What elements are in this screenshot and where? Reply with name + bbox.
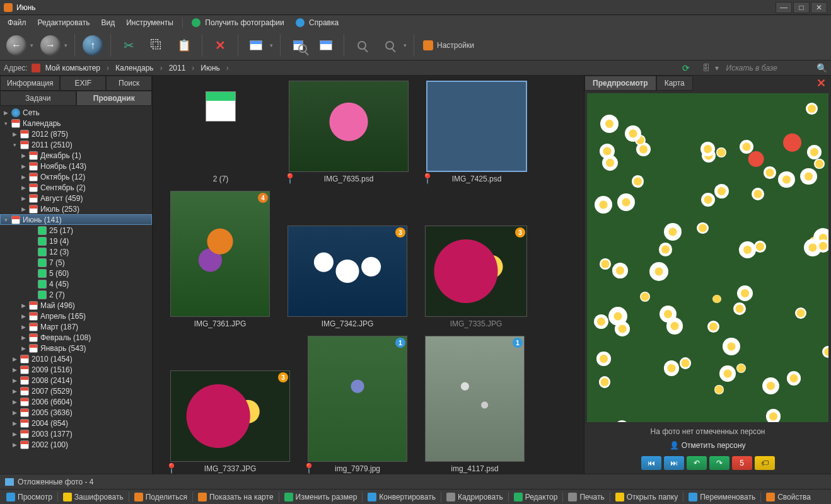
- zoom-in-button[interactable]: [349, 33, 375, 58]
- thumbnail-item[interactable]: 1📍img_7979.jpg: [308, 336, 407, 473]
- breadcrumb[interactable]: 2011: [168, 62, 187, 74]
- paste-button[interactable]: 📋: [171, 33, 197, 58]
- thumbnail-item[interactable]: 4IMG_7361.JPG: [170, 191, 270, 328]
- expand-icon[interactable]: ▶: [11, 377, 18, 384]
- tree-node[interactable]: ▶2008 (2414): [0, 375, 152, 386]
- nav-forward-dropdown[interactable]: ▾: [64, 42, 71, 49]
- tree-node[interactable]: ▶2012 (875): [0, 129, 152, 139]
- menu-view[interactable]: Вид: [96, 16, 120, 29]
- status-resize[interactable]: Изменить размер: [281, 491, 361, 503]
- thumbnail-grid[interactable]: 2 (7)📍IMG_7635.psd📍IMG_7425.psd4IMG_7361…: [153, 76, 584, 474]
- tree-node[interactable]: 12 (3): [0, 246, 152, 257]
- close-button[interactable]: ✕: [811, 2, 827, 13]
- expand-icon[interactable]: ▶: [20, 152, 26, 159]
- status-props[interactable]: Свойства: [762, 491, 815, 503]
- tree-node[interactable]: 25 (17): [0, 225, 152, 236]
- tree-node[interactable]: ▶2007 (5529): [0, 386, 152, 396]
- expand-icon[interactable]: ▶: [20, 174, 26, 180]
- expand-icon[interactable]: ▶: [11, 410, 18, 416]
- expand-icon[interactable]: ▾: [3, 120, 9, 127]
- tab-preview[interactable]: Предпросмотр: [584, 76, 656, 91]
- nav-back-button[interactable]: ←: [4, 33, 29, 58]
- thumbnail-image[interactable]: 3: [425, 226, 527, 317]
- mark-person-button[interactable]: Отметить персону: [584, 438, 831, 452]
- rating-button[interactable]: 5: [732, 456, 752, 470]
- expand-icon[interactable]: ▶: [20, 163, 26, 169]
- thumbnail-item[interactable]: 3IMG_7335.JPG: [425, 226, 527, 328]
- fullscreen-button[interactable]: [313, 33, 339, 58]
- expand-icon[interactable]: ▶: [20, 324, 26, 330]
- expand-icon[interactable]: ▶: [11, 388, 18, 394]
- tree-node[interactable]: ▶Ноябрь (143): [0, 161, 152, 171]
- prev-first-button[interactable]: ⏮: [641, 456, 661, 470]
- zoom-out-button[interactable]: [377, 33, 402, 58]
- tree-node[interactable]: ▶Август (459): [0, 193, 152, 203]
- tree-node[interactable]: ▶Январь (543): [0, 343, 152, 353]
- tab-tasks[interactable]: Задачи: [0, 91, 76, 106]
- expand-icon[interactable]: ▶: [3, 110, 9, 116]
- status-encrypt[interactable]: Зашифровать: [59, 491, 127, 503]
- tab-exif[interactable]: EXIF: [60, 76, 106, 91]
- tab-explorer[interactable]: Проводник: [76, 91, 153, 106]
- redo-button[interactable]: ↷: [709, 456, 729, 470]
- tree-node[interactable]: ▶2004 (854): [0, 418, 152, 428]
- menu-getphotos[interactable]: Получить фотографии: [187, 16, 289, 30]
- prev-next-button[interactable]: ⏭: [664, 456, 684, 470]
- tree-node[interactable]: ▶Апрель (165): [0, 311, 152, 321]
- tree-node[interactable]: ▶2003 (1377): [0, 428, 152, 439]
- status-view[interactable]: Просмотр: [3, 491, 56, 503]
- tree-node[interactable]: ▶Сеть: [0, 107, 152, 118]
- pending-bar[interactable]: Отложенные фото - 4: [0, 474, 831, 489]
- tree-node[interactable]: ▶Февраль (108): [0, 332, 152, 343]
- menu-file[interactable]: Файл: [3, 16, 32, 29]
- nav-up-button[interactable]: ↑: [80, 33, 105, 58]
- folder-item[interactable]: 2 (7): [170, 91, 271, 183]
- tag-button[interactable]: 🏷: [755, 456, 775, 470]
- tree-node[interactable]: ▶Декабрь (1): [0, 150, 152, 161]
- status-crop[interactable]: Кадрировать: [443, 491, 507, 503]
- expand-icon[interactable]: ▶: [11, 367, 18, 373]
- tree-node[interactable]: ▾2011 (2510): [0, 139, 152, 150]
- expand-icon[interactable]: ▶: [20, 195, 26, 202]
- tree-node[interactable]: ▶Май (496): [0, 300, 152, 311]
- tree-node[interactable]: ▶Октябрь (12): [0, 171, 152, 182]
- expand-icon[interactable]: ▶: [11, 420, 18, 427]
- delete-button[interactable]: ✕: [207, 33, 233, 58]
- status-convert[interactable]: Конвертировать: [364, 491, 439, 503]
- tab-info[interactable]: Информация: [0, 76, 60, 91]
- tree[interactable]: ▶Сеть▾Календарь▶2012 (875)▾2011 (2510)▶Д…: [0, 106, 152, 474]
- tree-node[interactable]: ▶2005 (3636): [0, 407, 152, 418]
- preview-close-button[interactable]: ✕: [811, 76, 831, 90]
- expand-icon[interactable]: ▶: [11, 399, 18, 405]
- thumbnail-image[interactable]: 3: [288, 226, 407, 317]
- thumbnail-item[interactable]: 1img_4117.psd: [425, 336, 525, 473]
- expand-icon[interactable]: ▶: [20, 302, 26, 309]
- zoom-dropdown[interactable]: ▾: [404, 42, 410, 49]
- thumbnail-image[interactable]: 4: [170, 191, 270, 317]
- tree-node[interactable]: ▶2002 (100): [0, 439, 152, 450]
- cut-button[interactable]: ✂: [116, 33, 141, 58]
- expand-icon[interactable]: ▶: [20, 313, 26, 319]
- thumbnail-image[interactable]: 1: [308, 336, 407, 462]
- settings-button[interactable]: Настройки: [418, 40, 479, 50]
- thumbnail-image[interactable]: 3: [170, 370, 290, 462]
- tree-node[interactable]: ▾Календарь: [0, 118, 152, 129]
- expand-icon[interactable]: ▶: [20, 185, 26, 191]
- tree-node[interactable]: ▶2009 (1516): [0, 364, 152, 375]
- copy-button[interactable]: ⿻: [144, 33, 169, 58]
- tree-node[interactable]: 4 (45): [0, 278, 152, 289]
- undo-button[interactable]: ↶: [687, 456, 707, 470]
- web-search-icon[interactable]: 🔍: [816, 63, 827, 73]
- refresh-button[interactable]: ⟳: [682, 63, 690, 73]
- tree-node[interactable]: ▶Март (187): [0, 321, 152, 332]
- status-print[interactable]: Печать: [564, 491, 608, 503]
- expand-icon[interactable]: ▾: [3, 217, 9, 223]
- tab-map[interactable]: Карта: [656, 76, 693, 91]
- thumbnail-item[interactable]: 📍IMG_7425.psd: [426, 81, 527, 183]
- menu-help[interactable]: Справка: [291, 16, 344, 30]
- search-db-input[interactable]: Искать в базе: [726, 64, 777, 72]
- thumbnail-image[interactable]: [289, 81, 409, 172]
- tree-node[interactable]: 5 (60): [0, 268, 152, 278]
- thumbnail-item[interactable]: 3📍IMG_7337.JPG: [170, 370, 290, 473]
- tree-node[interactable]: 2 (7): [0, 289, 152, 300]
